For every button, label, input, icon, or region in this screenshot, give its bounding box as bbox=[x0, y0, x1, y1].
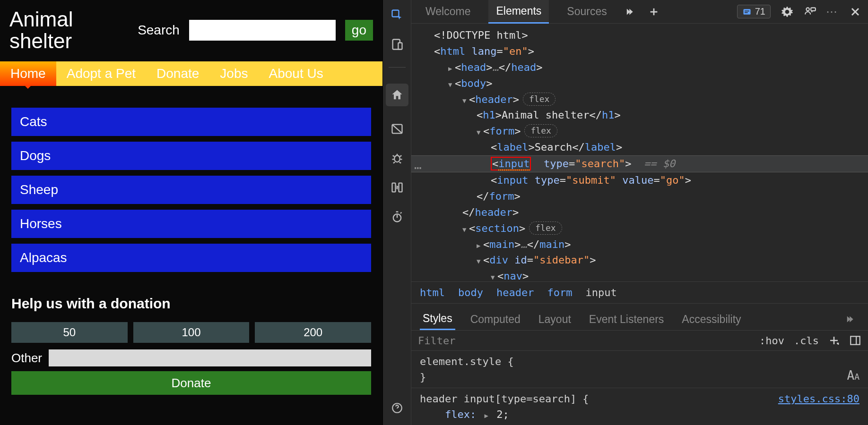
image-slash-icon[interactable] bbox=[391, 122, 404, 136]
cls-toggle[interactable]: .cls bbox=[794, 335, 819, 347]
svg-rect-5 bbox=[392, 183, 395, 192]
dom-line[interactable]: <div id="sidebar"> bbox=[411, 252, 868, 268]
devtools-tabs: Welcome Elements Sources 71 ⋯ bbox=[411, 0, 868, 24]
dom-line[interactable]: <html lang="en"> bbox=[411, 43, 868, 60]
issues-count: 71 bbox=[755, 6, 765, 17]
tab-welcome[interactable]: Welcome bbox=[418, 0, 478, 23]
tab-elements[interactable]: Elements bbox=[488, 0, 549, 24]
rule-header-input[interactable]: styles.css:80 header input[type=search] … bbox=[411, 388, 868, 425]
animal-button-cats[interactable]: Cats bbox=[11, 108, 371, 136]
dom-line[interactable]: <header>flex bbox=[411, 92, 868, 108]
rendered-page: Animal shelter Search go HomeAdopt a Pet… bbox=[0, 0, 382, 425]
breadcrumb-html[interactable]: html bbox=[420, 287, 445, 298]
svg-point-12 bbox=[806, 8, 809, 10]
nav-item-donate[interactable]: Donate bbox=[146, 61, 209, 86]
svg-rect-14 bbox=[851, 336, 860, 344]
animal-button-sheep[interactable]: Sheep bbox=[11, 176, 371, 204]
devtools: Welcome Elements Sources 71 ⋯ bbox=[382, 0, 868, 425]
dom-line-selected[interactable]: <input type="search"> == $0 bbox=[411, 155, 868, 172]
bug-icon[interactable] bbox=[391, 152, 404, 165]
donate-other-label: Other bbox=[11, 351, 42, 366]
svg-rect-13 bbox=[811, 8, 816, 10]
computed-sidebar-icon[interactable] bbox=[849, 334, 861, 347]
svg-rect-11 bbox=[745, 12, 748, 13]
breadcrumb-body[interactable]: body bbox=[458, 287, 483, 298]
svg-point-4 bbox=[394, 155, 400, 162]
home-icon[interactable] bbox=[386, 84, 408, 106]
nav-item-about-us[interactable]: About Us bbox=[259, 61, 334, 86]
primary-nav: HomeAdopt a PetDonateJobsAbout Us bbox=[0, 61, 382, 86]
add-tab-icon[interactable] bbox=[648, 6, 660, 18]
issues-badge[interactable]: 71 bbox=[737, 5, 771, 18]
new-rule-icon[interactable] bbox=[828, 335, 840, 346]
dom-line[interactable]: <body> bbox=[411, 76, 868, 92]
svg-rect-9 bbox=[743, 9, 750, 15]
donate-amount-200[interactable]: 200 bbox=[255, 322, 371, 343]
page-content: CatsDogsSheepHorsesAlpacas Help us with … bbox=[0, 86, 382, 395]
donate-button[interactable]: Donate bbox=[11, 371, 371, 395]
settings-icon[interactable] bbox=[781, 6, 793, 18]
devtools-sidebar bbox=[383, 0, 411, 425]
breadcrumb: htmlbodyheaderforminput bbox=[411, 281, 868, 303]
swap-icon[interactable] bbox=[391, 181, 404, 194]
dom-line[interactable]: <main>…</main> bbox=[411, 237, 868, 253]
styles-filter-input[interactable] bbox=[418, 335, 750, 347]
stopwatch-icon[interactable] bbox=[391, 210, 404, 223]
hov-toggle[interactable]: :hov bbox=[759, 335, 784, 347]
help-icon[interactable] bbox=[391, 401, 404, 415]
more-styles-tabs-icon[interactable] bbox=[843, 310, 859, 328]
more-tabs-icon[interactable] bbox=[625, 6, 637, 18]
dom-line[interactable]: <h1>Animal shelter</h1> bbox=[411, 107, 868, 123]
nav-item-jobs[interactable]: Jobs bbox=[209, 61, 258, 86]
search-form: Search go bbox=[138, 20, 373, 41]
more-options-icon[interactable]: ⋯ bbox=[826, 6, 839, 18]
rule-source-link[interactable]: styles.css:80 bbox=[778, 391, 859, 407]
svg-rect-10 bbox=[745, 10, 749, 11]
rule-element-style[interactable]: element.style { } AA bbox=[411, 350, 868, 388]
styles-filter-row: :hov .cls bbox=[411, 330, 868, 350]
donate-other-input[interactable] bbox=[49, 349, 371, 366]
dom-line[interactable]: <nav> bbox=[411, 268, 868, 281]
dom-tree[interactable]: <!DOCTYPE html> <html lang="en"> <head>…… bbox=[411, 24, 868, 281]
search-input[interactable] bbox=[189, 20, 336, 41]
styles-tab-event-listeners[interactable]: Event Listeners bbox=[586, 309, 667, 330]
donate-other-row: Other bbox=[11, 349, 371, 366]
dom-line[interactable]: <form>flex bbox=[411, 123, 868, 139]
donate-amount-50[interactable]: 50 bbox=[11, 322, 128, 343]
inspect-icon[interactable] bbox=[391, 8, 404, 22]
dom-line[interactable]: <label>Search</label> bbox=[411, 139, 868, 155]
dom-line[interactable]: </header> bbox=[411, 204, 868, 221]
nav-item-adopt-a-pet[interactable]: Adopt a Pet bbox=[56, 61, 146, 86]
page-header: Animal shelter Search go bbox=[0, 0, 382, 56]
styles-tab-accessibility[interactable]: Accessibility bbox=[679, 309, 744, 330]
search-go-button[interactable]: go bbox=[345, 20, 373, 41]
styles-tab-computed[interactable]: Computed bbox=[468, 309, 523, 330]
search-label: Search bbox=[138, 23, 180, 38]
close-devtools-icon[interactable] bbox=[849, 6, 861, 18]
page-title: Animal shelter bbox=[9, 8, 126, 52]
donate-heading: Help us with a donation bbox=[11, 296, 371, 312]
dom-line[interactable]: <section>flex bbox=[411, 221, 868, 237]
animal-button-horses[interactable]: Horses bbox=[11, 210, 371, 238]
styles-tab-layout[interactable]: Layout bbox=[536, 309, 574, 330]
breadcrumb-input[interactable]: input bbox=[585, 287, 616, 298]
styles-tabs: StylesComputedLayoutEvent ListenersAcces… bbox=[411, 303, 868, 330]
font-size-icon[interactable]: AA bbox=[847, 366, 860, 385]
tab-sources[interactable]: Sources bbox=[559, 0, 614, 23]
nav-item-home[interactable]: Home bbox=[0, 61, 56, 86]
donate-amounts: 50100200 bbox=[11, 322, 371, 343]
animal-button-dogs[interactable]: Dogs bbox=[11, 142, 371, 170]
dom-line[interactable]: </form> bbox=[411, 188, 868, 204]
donate-amount-100[interactable]: 100 bbox=[133, 322, 250, 343]
animal-button-alpacas[interactable]: Alpacas bbox=[11, 244, 371, 272]
feedback-icon[interactable] bbox=[804, 6, 816, 18]
breadcrumb-form[interactable]: form bbox=[547, 287, 572, 298]
breadcrumb-header[interactable]: header bbox=[496, 287, 534, 298]
dom-line[interactable]: <input type="submit" value="go"> bbox=[411, 172, 868, 188]
svg-rect-2 bbox=[398, 43, 402, 50]
devtools-main: Welcome Elements Sources 71 ⋯ bbox=[411, 0, 868, 425]
dom-line[interactable]: <head>…</head> bbox=[411, 60, 868, 76]
device-icon[interactable] bbox=[391, 38, 404, 51]
dom-line[interactable]: <!DOCTYPE html> bbox=[411, 27, 868, 43]
styles-tab-styles[interactable]: Styles bbox=[420, 308, 455, 330]
